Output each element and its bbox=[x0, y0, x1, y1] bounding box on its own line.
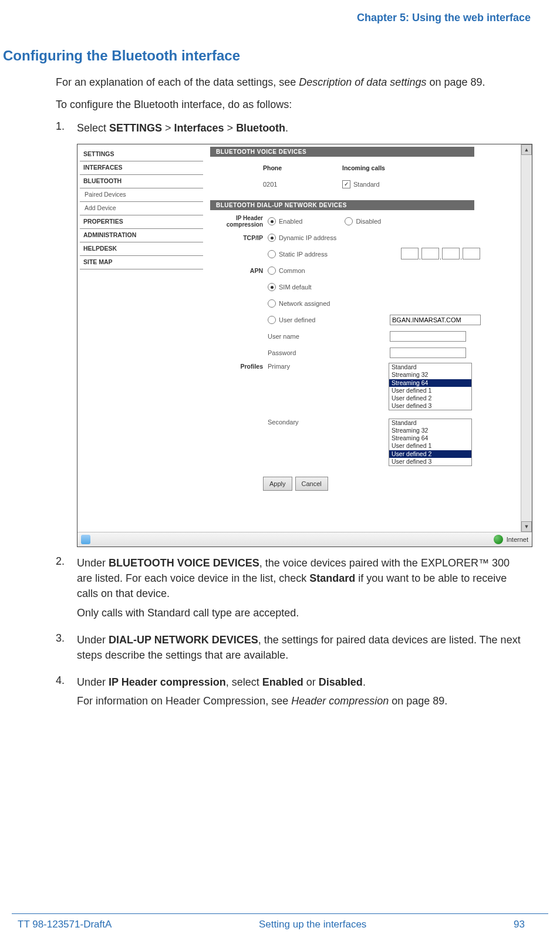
list-item[interactable]: Streaming 32 bbox=[389, 427, 471, 434]
sidebar-item[interactable]: INTERFACES bbox=[80, 161, 203, 175]
list-item[interactable]: User defined 2 bbox=[389, 394, 471, 402]
apply-button[interactable]: Apply bbox=[263, 477, 292, 491]
radio-label: Disabled bbox=[356, 218, 381, 225]
path-interfaces: Interfaces bbox=[174, 122, 224, 134]
secondary-label: Secondary bbox=[268, 419, 332, 426]
ip-header-enabled-radio[interactable] bbox=[268, 217, 276, 225]
footer-section: Setting up the interfaces bbox=[112, 919, 514, 930]
sidebar-item[interactable]: SITE MAP bbox=[80, 256, 203, 269]
profiles-label: Profiles bbox=[210, 363, 268, 370]
sidebar-item[interactable]: ADMINISTRATION bbox=[80, 229, 203, 242]
ref-disabled: Disabled bbox=[319, 676, 363, 688]
text: > bbox=[162, 122, 174, 134]
ref-standard: Standard bbox=[309, 572, 355, 584]
intro-line-1: For an explanation of each of the data s… bbox=[56, 75, 525, 90]
text: > bbox=[224, 122, 237, 134]
secondary-profiles-listbox[interactable]: StandardStreaming 32Streaming 64User def… bbox=[389, 419, 472, 466]
apn-user-defined-input[interactable] bbox=[390, 315, 481, 325]
list-item[interactable]: Streaming 64 bbox=[389, 434, 471, 442]
list-item[interactable]: User defined 3 bbox=[389, 402, 471, 410]
apn-user-radio[interactable] bbox=[268, 316, 276, 324]
apn-label: APN bbox=[210, 267, 268, 274]
sidebar-item[interactable]: BLUETOOTH bbox=[80, 175, 203, 188]
text: Select bbox=[77, 122, 109, 134]
text: on page 89. bbox=[426, 76, 485, 88]
path-bluetooth: Bluetooth bbox=[236, 122, 285, 134]
ref-dialup: DIAL-UP NETWORK DEVICES bbox=[109, 634, 258, 646]
apn-sim-radio[interactable] bbox=[268, 283, 276, 291]
footer-doc-id: TT 98-123571-DraftA bbox=[18, 919, 112, 930]
tcpip-static-radio[interactable] bbox=[268, 250, 276, 258]
sidebar-item[interactable]: Add Device bbox=[80, 202, 203, 215]
text: Only calls with Standard call type are a… bbox=[77, 605, 525, 620]
list-item[interactable]: Streaming 32 bbox=[389, 371, 471, 379]
tcpip-dynamic-radio[interactable] bbox=[268, 234, 276, 242]
text: on page 89. bbox=[389, 695, 447, 707]
step-4: 4. Under IP Header compression, select E… bbox=[56, 674, 542, 712]
ref-ip-header: IP Header compression bbox=[109, 676, 226, 688]
password-input[interactable] bbox=[390, 348, 466, 358]
password-label: Password bbox=[268, 349, 332, 356]
col-phone: Phone bbox=[263, 164, 342, 171]
radio-label: Enabled bbox=[279, 218, 302, 225]
col-incoming: Incoming calls bbox=[342, 164, 385, 171]
dialup-devices-header: BLUETOOTH DIAL-UP NETWORK DEVICES bbox=[210, 200, 474, 210]
text: . bbox=[285, 122, 288, 134]
standard-checkbox[interactable]: ✓ bbox=[342, 180, 350, 188]
static-ip-field[interactable]: ... bbox=[400, 248, 481, 261]
radio-label: SIM default bbox=[279, 284, 312, 291]
list-item[interactable]: User defined 3 bbox=[389, 458, 471, 466]
standard-checkbox-label: Standard bbox=[353, 181, 380, 188]
text: For an explanation of each of the data s… bbox=[56, 76, 299, 88]
ref-enabled: Enabled bbox=[262, 676, 303, 688]
tcpip-label: TCP/IP bbox=[210, 234, 268, 241]
ref-bluetooth-voice: BLUETOOTH VOICE DEVICES bbox=[109, 557, 259, 569]
list-item[interactable]: Standard bbox=[389, 363, 471, 371]
radio-label: Network assigned bbox=[279, 300, 330, 307]
footer-page-number: 93 bbox=[514, 919, 525, 930]
status-bar: Internet bbox=[77, 532, 532, 547]
apn-common-radio[interactable] bbox=[268, 267, 276, 275]
ref-header-compression: Header compression bbox=[291, 695, 389, 707]
internet-zone-icon bbox=[494, 535, 503, 544]
list-item[interactable]: User defined 1 bbox=[389, 387, 471, 394]
check-icon: ✓ bbox=[344, 181, 349, 187]
list-item[interactable]: Streaming 64 bbox=[389, 379, 471, 387]
sidebar-item[interactable]: HELPDESK bbox=[80, 242, 203, 256]
internet-zone-label: Internet bbox=[507, 536, 528, 543]
ip-header-label: IP Headercompression bbox=[210, 215, 268, 228]
step-number: 3. bbox=[56, 632, 77, 666]
ip-header-disabled-radio[interactable] bbox=[345, 217, 353, 225]
page-footer: TT 98-123571-DraftA Setting up the inter… bbox=[12, 913, 548, 930]
list-item[interactable]: User defined 1 bbox=[389, 442, 471, 450]
apn-network-radio[interactable] bbox=[268, 299, 276, 308]
cancel-button[interactable]: Cancel bbox=[295, 477, 328, 491]
scroll-down-arrow-icon[interactable]: ▼ bbox=[521, 521, 532, 532]
sidebar-item[interactable]: SETTINGS bbox=[80, 148, 203, 161]
step-number: 2. bbox=[56, 555, 77, 623]
text: Under bbox=[77, 634, 109, 646]
username-input[interactable] bbox=[390, 331, 466, 342]
page-icon bbox=[81, 535, 90, 544]
primary-profiles-listbox[interactable]: StandardStreaming 32Streaming 64User def… bbox=[389, 363, 472, 410]
sidebar-item[interactable]: Paired Devices bbox=[80, 188, 203, 202]
section-title: Configuring the Bluetooth interface bbox=[3, 48, 542, 64]
username-label: User name bbox=[268, 333, 332, 340]
radio-label: Static IP address bbox=[279, 251, 328, 258]
sidebar-item[interactable]: PROPERTIES bbox=[80, 215, 203, 229]
step-number: 4. bbox=[56, 674, 77, 712]
screenshot-frame: SETTINGSINTERFACESBLUETOOTHPaired Device… bbox=[77, 144, 532, 547]
voice-devices-header: BLUETOOTH VOICE DEVICES bbox=[210, 147, 474, 157]
text: Under bbox=[77, 557, 109, 569]
text: For information on Header Compression, s… bbox=[77, 695, 291, 707]
step-3: 3. Under DIAL-UP NETWORK DEVICES, the se… bbox=[56, 632, 542, 666]
primary-label: Primary bbox=[268, 363, 332, 370]
step-number: 1. bbox=[56, 120, 77, 139]
list-item[interactable]: User defined 2 bbox=[389, 450, 471, 458]
list-item[interactable]: Standard bbox=[389, 419, 471, 427]
vertical-scrollbar[interactable]: ▲ ▼ bbox=[521, 144, 532, 532]
step-2: 2. Under BLUETOOTH VOICE DEVICES, the vo… bbox=[56, 555, 542, 623]
screenshot-main: BLUETOOTH VOICE DEVICES Phone Incoming c… bbox=[205, 144, 521, 532]
radio-label: User defined bbox=[279, 316, 315, 323]
scroll-up-arrow-icon[interactable]: ▲ bbox=[521, 144, 532, 155]
